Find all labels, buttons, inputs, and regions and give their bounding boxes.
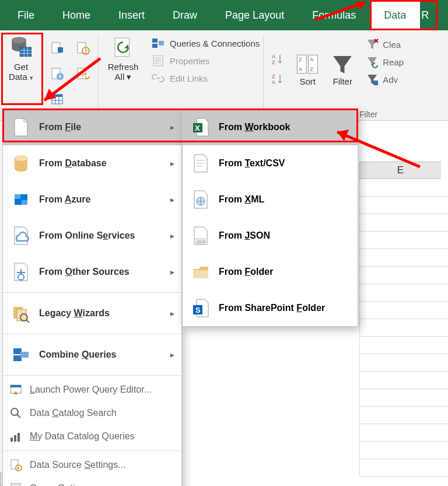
svg-line-52 (26, 320, 29, 323)
tab-home[interactable]: Home (48, 0, 104, 30)
svg-point-42 (15, 155, 27, 161)
database-icon (11, 153, 31, 173)
refresh-icon (111, 35, 135, 60)
submenu-from-sharepoint-folder[interactable]: S From SharePoint Folder (183, 290, 358, 326)
svg-text:A: A (299, 67, 302, 72)
menu-combine-queries[interactable]: Combine Queries (3, 337, 181, 373)
svg-rect-13 (78, 68, 86, 79)
recent-sources-icon[interactable] (72, 36, 93, 60)
menu-from-database[interactable]: From Database (3, 145, 181, 181)
tab-file[interactable]: File (4, 0, 48, 30)
from-table-range-icon[interactable] (47, 88, 68, 111)
queries-connections-icon (151, 36, 165, 50)
queries-connections-group: Queries & Connections Properties Edit Li… (148, 30, 263, 120)
svg-rect-60 (10, 438, 13, 442)
svg-rect-22 (159, 41, 164, 46)
ribbon-tab-bar: File Home Insert Draw Page Layout Formul… (0, 0, 448, 30)
submenu-from-text-csv[interactable]: From Text/CSV (183, 145, 358, 181)
menu-from-azure[interactable]: From Azure (3, 181, 181, 218)
advanced-filter-button[interactable]: Adv (365, 72, 404, 86)
svg-text:A: A (272, 79, 275, 85)
folder-icon (191, 262, 211, 282)
pq-editor-icon (9, 383, 23, 397)
funnel-icon (330, 52, 355, 76)
tab-data[interactable]: Data (370, 0, 420, 30)
from-file-submenu: X From Workbook From Text/CSV From XML J… (182, 109, 358, 327)
clear-icon (365, 37, 379, 51)
svg-rect-21 (152, 44, 158, 48)
sort-asc-icon[interactable]: AZ (271, 53, 285, 67)
tab-insert[interactable]: Insert (104, 0, 159, 30)
svg-text:Z: Z (272, 60, 275, 65)
menu-from-other-sources[interactable]: From Other Sources (3, 254, 181, 290)
catalog-search-icon (9, 406, 23, 420)
svg-rect-63 (11, 460, 18, 469)
edit-links-icon (151, 71, 165, 85)
queries-connections-button[interactable]: Queries & Connections (151, 36, 260, 50)
submenu-from-workbook[interactable]: X From Workbook (183, 109, 358, 145)
my-queries-icon (9, 429, 23, 443)
column-header-e[interactable]: E (359, 162, 441, 179)
excel-workbook-icon: X (191, 117, 211, 137)
svg-rect-45 (22, 200, 27, 205)
from-web-quick-icon[interactable] (47, 62, 68, 85)
database-cube-icon (9, 35, 33, 60)
submenu-from-folder[interactable]: From Folder (183, 254, 358, 290)
sort-desc-icon[interactable]: ZA (271, 72, 285, 86)
svg-point-65 (18, 467, 20, 469)
svg-point-1 (12, 37, 26, 44)
submenu-from-json[interactable]: JSON From JSON (183, 218, 358, 254)
xml-icon (191, 190, 211, 209)
sort-icon: ZAAZ (295, 52, 320, 76)
menu-from-online-services[interactable]: From Online Services (3, 218, 181, 254)
from-text-csv-quick-icon[interactable] (47, 36, 68, 60)
svg-text:Z: Z (299, 57, 302, 62)
get-transform-icons (42, 30, 98, 120)
data-source-settings-icon (9, 458, 23, 472)
menu-launch-power-query-editor[interactable]: Launch Power Query Editor... (3, 378, 181, 401)
svg-text:Z: Z (272, 74, 275, 79)
refresh-all-label: Refresh All ▾ (108, 62, 139, 82)
svg-rect-78 (193, 270, 208, 278)
svg-rect-61 (14, 435, 16, 442)
menu-query-options[interactable]: Query Options (3, 477, 181, 486)
tab-page-layout[interactable]: Page Layout (211, 0, 298, 30)
svg-text:A: A (272, 54, 275, 60)
svg-rect-55 (20, 352, 29, 358)
clear-filter-button[interactable]: Clea (365, 37, 404, 51)
menu-data-catalog-search[interactable]: Data Catalog Search (3, 401, 181, 425)
sharepoint-folder-icon: S (191, 298, 211, 318)
tab-draw[interactable]: Draw (159, 0, 211, 30)
sort-button[interactable]: ZAAZ Sort (295, 52, 320, 86)
menu-my-data-catalog-queries[interactable]: My Data Catalog Queries (3, 425, 181, 448)
svg-text:S: S (195, 306, 201, 314)
submenu-from-xml[interactable]: From XML (183, 181, 358, 218)
get-data-button[interactable]: Get Data ▾ (0, 30, 42, 120)
svg-rect-66 (11, 484, 20, 486)
existing-connections-icon[interactable] (72, 62, 93, 85)
file-icon (11, 117, 31, 137)
sort-filter-group: AZ ZA ZAAZ Sort Filter Clea Reap (264, 30, 448, 120)
svg-rect-53 (13, 348, 22, 354)
reapply-icon (365, 55, 379, 69)
menu-data-source-settings[interactable]: Data Source Settings... (3, 453, 181, 477)
text-csv-icon (191, 153, 211, 173)
tab-formulas[interactable]: Formulas (298, 0, 370, 30)
svg-text:Z: Z (310, 67, 314, 72)
filter-button[interactable]: Filter (330, 52, 355, 86)
reapply-button[interactable]: Reap (365, 55, 404, 69)
svg-rect-54 (13, 355, 22, 361)
properties-button[interactable]: Properties (151, 54, 260, 68)
edit-links-button[interactable]: Edit Links (151, 71, 260, 85)
json-icon: JSON (191, 226, 211, 246)
cloud-icon (11, 226, 31, 246)
svg-rect-44 (15, 194, 20, 199)
svg-rect-20 (152, 39, 158, 43)
menu-legacy-wizards[interactable]: Legacy Wizards (3, 295, 181, 331)
svg-rect-40 (373, 81, 378, 85)
menu-from-file[interactable]: From File (3, 109, 181, 145)
get-data-menu: From File From Database From Azure From … (2, 109, 182, 486)
get-data-label: Get Data ▾ (9, 62, 33, 82)
refresh-all-button[interactable]: Refresh All ▾ (99, 30, 148, 120)
worksheet-grid[interactable] (359, 179, 448, 486)
